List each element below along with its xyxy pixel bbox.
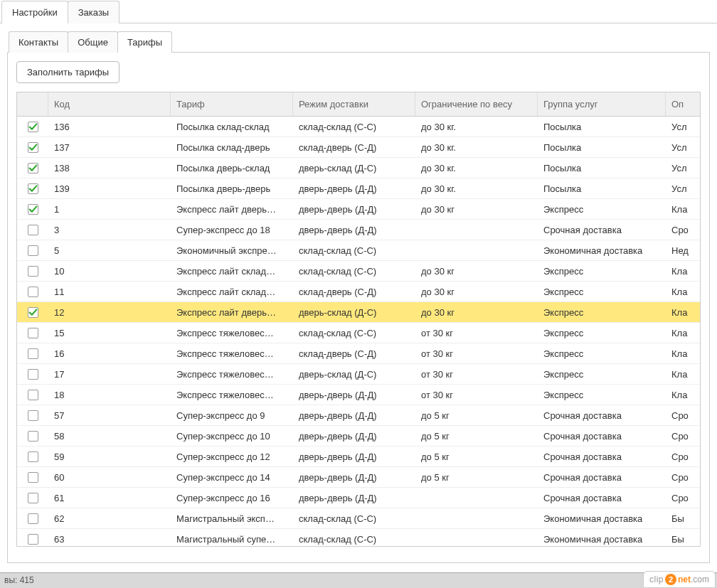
cell-mode: склад-дверь (С-Д) xyxy=(293,287,415,297)
row-checkbox[interactable] xyxy=(28,431,38,442)
table-row[interactable]: 16Экспресс тяжеловес…склад-дверь (С-Д)от… xyxy=(17,343,700,364)
row-checkbox[interactable] xyxy=(28,225,38,235)
table-row[interactable]: 137Посылка склад-дверьсклад-дверь (С-Д)д… xyxy=(17,137,700,158)
row-checkbox-cell[interactable] xyxy=(17,204,48,215)
table-row[interactable]: 3Супер-экспресс до 18дверь-дверь (Д-Д)Ср… xyxy=(17,220,700,240)
cell-group: Экспресс xyxy=(538,204,666,215)
watermark-clip: clip xyxy=(649,574,664,584)
table-row[interactable]: 61Супер-экспресс до 16дверь-дверь (Д-Д)С… xyxy=(17,488,700,508)
row-checkbox-cell[interactable] xyxy=(17,513,48,524)
cell-code: 61 xyxy=(48,493,171,503)
row-checkbox[interactable] xyxy=(28,287,38,297)
row-checkbox-cell[interactable] xyxy=(17,369,48,380)
row-checkbox[interactable] xyxy=(28,204,38,215)
row-checkbox[interactable] xyxy=(28,245,38,256)
table-row[interactable]: 58Супер-экспресс до 10дверь-дверь (Д-Д)д… xyxy=(17,426,700,447)
tab-orders[interactable]: Заказы xyxy=(68,1,120,23)
cell-group: Экспресс xyxy=(538,266,666,277)
cell-desc: Кла xyxy=(666,390,700,400)
table-row[interactable]: 10Экспресс лайт склад…склад-склад (С-С)д… xyxy=(17,261,700,282)
cell-code: 15 xyxy=(48,328,171,338)
grid-body[interactable]: 136Посылка склад-складсклад-склад (С-С)д… xyxy=(17,117,700,547)
cell-tarif: Экспресс тяжеловес… xyxy=(171,390,293,400)
table-row[interactable]: 18Экспресс тяжеловес…дверь-дверь (Д-Д)от… xyxy=(17,385,700,405)
row-checkbox-cell[interactable] xyxy=(17,307,48,318)
cell-code: 5 xyxy=(48,245,171,256)
row-checkbox[interactable] xyxy=(28,534,38,545)
row-checkbox[interactable] xyxy=(28,472,38,483)
cell-weight: до 30 кг. xyxy=(415,122,538,132)
row-checkbox-cell[interactable] xyxy=(17,122,48,132)
cell-tarif: Экономичный экспре… xyxy=(171,245,293,256)
tab-common[interactable]: Общие xyxy=(68,31,118,53)
table-row[interactable]: 17Экспресс тяжеловес…дверь-склад (Д-С)от… xyxy=(17,364,700,385)
row-checkbox-cell[interactable] xyxy=(17,287,48,297)
table-row[interactable]: 5Экономичный экспре…склад-склад (С-С)Эко… xyxy=(17,240,700,261)
grid-header: Код Тариф Режим доставки Ограничение по … xyxy=(17,92,700,117)
table-row[interactable]: 138Посылка дверь-складдверь-склад (Д-С)д… xyxy=(17,158,700,178)
col-header-check[interactable] xyxy=(17,92,48,116)
col-header-mode[interactable]: Режим доставки xyxy=(293,92,415,116)
row-checkbox[interactable] xyxy=(28,183,38,194)
row-checkbox-cell[interactable] xyxy=(17,431,48,442)
row-checkbox-cell[interactable] xyxy=(17,225,48,235)
row-checkbox-cell[interactable] xyxy=(17,451,48,462)
row-checkbox-cell[interactable] xyxy=(17,183,48,194)
table-row[interactable]: 12Экспресс лайт дверь…дверь-склад (Д-С)д… xyxy=(17,302,700,323)
tab-settings[interactable]: Настройки xyxy=(1,1,68,23)
row-checkbox-cell[interactable] xyxy=(17,348,48,359)
row-checkbox[interactable] xyxy=(28,142,38,153)
cell-weight: до 5 кг xyxy=(415,410,538,421)
col-header-weight[interactable]: Ограничение по весу xyxy=(415,92,538,116)
table-row[interactable]: 139Посылка дверь-дверьдверь-дверь (Д-Д)д… xyxy=(17,178,700,199)
table-row[interactable]: 63Магистральный супе…склад-склад (С-С)Эк… xyxy=(17,529,700,547)
cell-desc: Сро xyxy=(666,451,700,462)
cell-desc: Сро xyxy=(666,431,700,442)
cell-desc: Бы xyxy=(666,534,700,545)
cell-tarif: Супер-экспресс до 14 xyxy=(171,472,293,483)
watermark-2-icon: 2 xyxy=(665,574,676,585)
table-row[interactable]: 62Магистральный эксп…склад-склад (С-С)Эк… xyxy=(17,508,700,529)
tariffs-panel: Заполнить тарифы Код Тариф Режим доставк… xyxy=(7,53,710,563)
row-checkbox[interactable] xyxy=(28,348,38,359)
row-checkbox-cell[interactable] xyxy=(17,328,48,338)
tab-contacts[interactable]: Контакты xyxy=(9,31,68,53)
row-checkbox-cell[interactable] xyxy=(17,163,48,173)
table-row[interactable]: 59Супер-экспресс до 12дверь-дверь (Д-Д)д… xyxy=(17,447,700,467)
cell-group: Экспресс xyxy=(538,328,666,338)
row-checkbox[interactable] xyxy=(28,390,38,400)
table-row[interactable]: 60Супер-экспресс до 14дверь-дверь (Д-Д)д… xyxy=(17,467,700,488)
row-checkbox[interactable] xyxy=(28,493,38,503)
col-header-group[interactable]: Группа услуг xyxy=(538,92,666,116)
outer-tabs: Настройки Заказы xyxy=(0,0,717,23)
row-checkbox-cell[interactable] xyxy=(17,142,48,153)
tab-tariffs[interactable]: Тарифы xyxy=(117,31,172,53)
row-checkbox[interactable] xyxy=(28,451,38,462)
row-checkbox[interactable] xyxy=(28,369,38,380)
row-checkbox-cell[interactable] xyxy=(17,410,48,421)
table-row[interactable]: 57Супер-экспресс до 9дверь-дверь (Д-Д)до… xyxy=(17,405,700,426)
row-checkbox-cell[interactable] xyxy=(17,472,48,483)
table-row[interactable]: 11Экспресс лайт склад…склад-дверь (С-Д)д… xyxy=(17,282,700,302)
row-checkbox-cell[interactable] xyxy=(17,266,48,277)
row-checkbox[interactable] xyxy=(28,266,38,277)
row-checkbox-cell[interactable] xyxy=(17,390,48,400)
row-checkbox[interactable] xyxy=(28,513,38,524)
col-header-code[interactable]: Код xyxy=(48,92,171,116)
cell-mode: склад-склад (С-С) xyxy=(293,513,415,524)
row-checkbox[interactable] xyxy=(28,163,38,173)
row-checkbox[interactable] xyxy=(28,122,38,132)
row-checkbox-cell[interactable] xyxy=(17,245,48,256)
table-row[interactable]: 136Посылка склад-складсклад-склад (С-С)д… xyxy=(17,117,700,137)
fill-tariffs-button[interactable]: Заполнить тарифы xyxy=(16,61,120,83)
row-checkbox[interactable] xyxy=(28,410,38,421)
col-header-tarif[interactable]: Тариф xyxy=(171,92,293,116)
row-checkbox[interactable] xyxy=(28,307,38,318)
row-checkbox[interactable] xyxy=(28,328,38,338)
table-row[interactable]: 15Экспресс тяжеловес…склад-склад (С-С)от… xyxy=(17,323,700,343)
row-checkbox-cell[interactable] xyxy=(17,493,48,503)
col-header-desc[interactable]: Оп xyxy=(666,92,701,116)
cell-desc: Нед xyxy=(666,245,700,256)
table-row[interactable]: 1Экспресс лайт дверь…дверь-дверь (Д-Д)до… xyxy=(17,199,700,220)
row-checkbox-cell[interactable] xyxy=(17,534,48,545)
